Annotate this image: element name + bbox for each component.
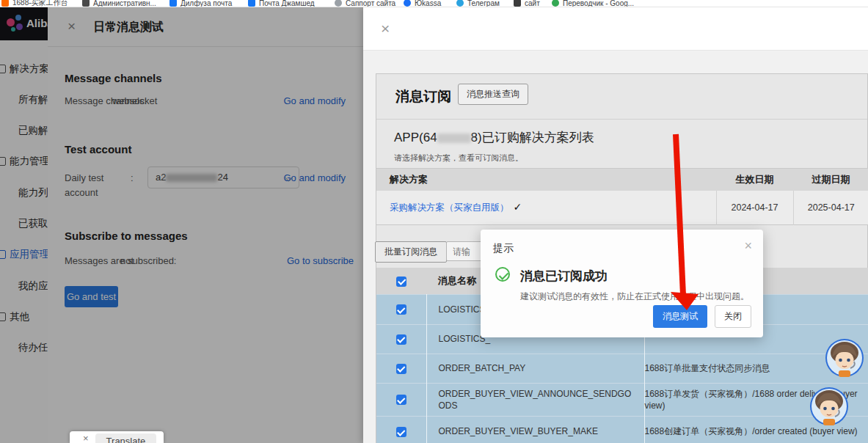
col-expire-date: 过期日期: [793, 169, 868, 191]
app-solutions-title: APP(648)已订购解决方案列表: [394, 129, 867, 146]
col-solution: 解决方案: [376, 169, 716, 191]
bookmark-mail-jamshed[interactable]: Почта Джамшед: [248, 0, 315, 7]
bookmark-yookassa[interactable]: Юkassa: [404, 0, 441, 7]
modal-title: 提示: [493, 242, 514, 255]
dim-overlay: [0, 7, 363, 443]
message-name: ORDER_BATCH_PAY: [426, 354, 644, 383]
bookmark-admin[interactable]: Административн...: [82, 0, 156, 7]
panel-header: ×: [363, 7, 868, 51]
solutions-header-row: 解决方案 生效日期 过期日期: [376, 169, 868, 191]
favicon-support: [335, 0, 342, 7]
bookmark-telegram[interactable]: Телеграм: [456, 0, 500, 7]
solutions-table: 解决方案 生效日期 过期日期 采购解决方案（买家自用版）✓ 2024-04-17…: [376, 168, 868, 225]
service-avatar-icon[interactable]: [825, 338, 864, 378]
message-name: ORDER_BUYER_VIEW_ANNOUNCE_SENDGOODS: [426, 383, 644, 416]
screen: 1688-买家工作台 Административн... Дилфуза поч…: [0, 0, 868, 443]
service-avatar-icon[interactable]: [809, 387, 849, 426]
select-solution-hint: 请选择解决方案，查看可订阅消息。: [394, 153, 867, 164]
favicon-mail: [169, 0, 177, 7]
message-row: ORDER_BUYER_VIEW_BUYER_MAKE 1688创建订单（买家视…: [376, 416, 868, 443]
panel-title: 消息订阅: [395, 87, 451, 106]
modal-heading: 消息已订阅成功: [520, 268, 608, 285]
solution-link[interactable]: 采购解决方案（买家自用版）: [390, 202, 509, 213]
modal-buttons: 消息测试 关闭: [653, 305, 751, 328]
col-effective-date: 生效日期: [716, 169, 793, 191]
bookmarks-bar: 1688-买家工作台 Административн... Дилфуза поч…: [0, 0, 868, 7]
modal-body-text: 建议测试消息的有效性，防止在正式使用过程中出现问题。: [520, 290, 749, 303]
success-check-icon: [495, 267, 510, 282]
favicon-1688: [1, 0, 9, 7]
close-button[interactable]: 关闭: [715, 305, 751, 328]
redacted-app-id: [437, 133, 471, 143]
row-checkbox[interactable]: [396, 304, 406, 315]
bookmark-mail-dilfuza[interactable]: Дилфуза почта: [169, 0, 232, 7]
close-icon[interactable]: ×: [83, 433, 89, 443]
bookmark-translator[interactable]: Переводчик - Goog...: [552, 0, 634, 7]
bookmark-1688-workbench[interactable]: 1688-买家工作台: [1, 0, 68, 7]
message-subscription-panel: × 消息订阅 消息推送查询 APP(648)已订购解决方案列表 请选择解决方案，…: [363, 7, 868, 443]
message-row: ORDER_BUYER_VIEW_ANNOUNCE_SENDGOODS 1688…: [376, 383, 868, 416]
favicon-admin: [82, 0, 90, 7]
batch-subscribe-button[interactable]: 批量订阅消息: [375, 241, 447, 263]
card-header: 消息订阅 消息推送查询: [376, 74, 867, 120]
bookmark-site[interactable]: сайт: [514, 0, 540, 7]
favicon-mail: [248, 0, 255, 7]
favicon-site: [514, 0, 521, 7]
row-checkbox[interactable]: [396, 427, 406, 437]
row-checkbox[interactable]: [396, 334, 406, 345]
close-icon[interactable]: ×: [381, 21, 390, 36]
message-name: ORDER_BUYER_VIEW_BUYER_MAKE: [426, 416, 644, 443]
favicon-telegram: [456, 0, 464, 7]
success-modal: 提示 × 消息已订阅成功 建议测试消息的有效性，防止在正式使用过程中出现问题。 …: [481, 230, 763, 337]
solution-row: 采购解决方案（买家自用版）✓ 2024-04-17 2025-04-17: [376, 191, 868, 225]
translate-button[interactable]: Translate: [95, 433, 157, 443]
bookmark-support[interactable]: Саппорт сайта: [335, 0, 395, 7]
push-query-button[interactable]: 消息推送查询: [458, 84, 528, 105]
effective-date: 2024-04-17: [716, 191, 793, 225]
close-icon[interactable]: ×: [744, 238, 752, 254]
message-test-button[interactable]: 消息测试: [653, 305, 707, 328]
message-row: ORDER_BATCH_PAY 1688订单批量支付状态同步消息: [376, 354, 868, 383]
translate-popup: × Translate: [70, 431, 164, 443]
favicon-translator: [552, 0, 559, 7]
row-checkbox[interactable]: [396, 395, 406, 405]
select-all-checkbox[interactable]: [396, 277, 406, 287]
expire-date: 2025-04-17: [793, 191, 868, 225]
row-checkbox[interactable]: [396, 364, 406, 374]
selected-check: ✓: [514, 201, 522, 213]
favicon-yookassa: [404, 0, 411, 7]
